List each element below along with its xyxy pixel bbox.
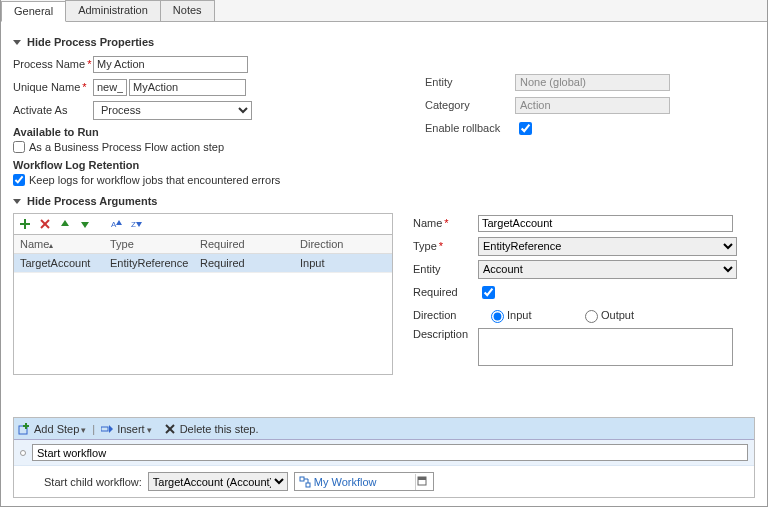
svg-rect-13 (101, 427, 108, 431)
svg-marker-14 (109, 425, 113, 433)
step-bullet-icon (20, 450, 26, 456)
workflow-icon (299, 476, 311, 488)
workflow-lookup[interactable]: My Workflow (294, 472, 434, 491)
activate-as-label: Activate As (13, 104, 93, 116)
insert-button[interactable]: Insert (117, 423, 152, 435)
tab-administration[interactable]: Administration (65, 0, 161, 21)
delete-step-icon (164, 423, 176, 435)
process-name-label: Process Name* (13, 58, 93, 70)
log-retention-header: Workflow Log Retention (13, 159, 395, 171)
category-value: Action (515, 97, 670, 114)
entity-label: Entity (425, 76, 515, 88)
direction-output-label: Output (601, 309, 666, 321)
sort-asc-icon[interactable]: A (110, 217, 124, 231)
add-step-button[interactable]: Add Step (34, 423, 86, 435)
section-title: Hide Process Arguments (27, 195, 157, 207)
step-detail: Start child workflow: TargetAccount (Acc… (14, 465, 754, 497)
svg-marker-4 (61, 220, 69, 226)
entity-value: None (global) (515, 74, 670, 91)
svg-rect-18 (306, 483, 310, 487)
section-process-arguments[interactable]: Hide Process Arguments (13, 195, 755, 207)
svg-rect-12 (23, 425, 29, 427)
unique-name-label: Unique Name* (13, 81, 93, 93)
direction-input-radio[interactable] (491, 310, 504, 323)
section-process-properties[interactable]: Hide Process Properties (13, 36, 755, 48)
svg-marker-5 (81, 222, 89, 228)
available-to-run-header: Available to Run (13, 126, 395, 138)
delete-icon[interactable] (38, 217, 52, 231)
delete-step-button[interactable]: Delete this step. (180, 423, 259, 435)
table-row[interactable]: TargetAccount EntityReference Required I… (14, 254, 392, 273)
log-retention-label: Keep logs for workflow jobs that encount… (29, 174, 280, 186)
arg-type-label: Type* (413, 240, 478, 252)
svg-rect-17 (300, 477, 304, 481)
process-name-input[interactable] (93, 56, 248, 73)
svg-marker-7 (116, 220, 122, 225)
move-down-icon[interactable] (78, 217, 92, 231)
bpf-step-checkbox[interactable] (13, 141, 25, 153)
arg-description-label: Description (413, 328, 478, 340)
args-toolbar: A Z (13, 213, 393, 235)
arguments-grid[interactable]: Name▴ Type Required Direction TargetAcco… (13, 235, 393, 375)
tab-notes[interactable]: Notes (160, 0, 215, 21)
arg-direction-label: Direction (413, 309, 478, 321)
add-step-icon (18, 423, 30, 435)
arg-required-checkbox[interactable] (482, 286, 495, 299)
direction-input-label: Input (507, 309, 572, 321)
steps-toolbar: Add Step | Insert Delete this step. (14, 418, 754, 440)
add-icon[interactable] (18, 217, 32, 231)
lookup-icon[interactable] (415, 474, 431, 490)
unique-name-input[interactable] (129, 79, 246, 96)
arg-description-textarea[interactable] (478, 328, 733, 366)
collapse-icon (13, 199, 21, 204)
rollback-checkbox[interactable] (519, 122, 532, 135)
child-workflow-entity-select[interactable]: TargetAccount (Account) (148, 472, 288, 491)
arg-required-label: Required (413, 286, 478, 298)
workflow-name: My Workflow (314, 476, 377, 488)
collapse-icon (13, 40, 21, 45)
svg-rect-22 (418, 477, 426, 480)
arg-name-input[interactable] (478, 215, 733, 232)
insert-icon (101, 423, 113, 435)
move-up-icon[interactable] (58, 217, 72, 231)
log-retention-checkbox[interactable] (13, 174, 25, 186)
arg-entity-label: Entity (413, 263, 478, 275)
bpf-step-label: As a Business Process Flow action step (29, 141, 224, 153)
svg-text:A: A (111, 220, 117, 229)
category-label: Category (425, 99, 515, 111)
svg-marker-9 (136, 222, 142, 227)
grid-header: Name▴ Type Required Direction (14, 235, 392, 254)
activate-as-select[interactable]: Process (93, 101, 252, 120)
tab-general[interactable]: General (1, 1, 66, 22)
svg-rect-1 (20, 223, 30, 225)
unique-prefix-input[interactable] (93, 79, 127, 96)
child-workflow-label: Start child workflow: (44, 476, 142, 488)
arg-type-select[interactable]: EntityReference (478, 237, 737, 256)
section-title: Hide Process Properties (27, 36, 154, 48)
direction-output-radio[interactable] (585, 310, 598, 323)
svg-text:Z: Z (131, 220, 136, 229)
step-title-input[interactable] (32, 444, 748, 461)
arg-entity-select[interactable]: Account (478, 260, 737, 279)
step-row[interactable] (14, 440, 754, 465)
sort-desc-icon[interactable]: Z (130, 217, 144, 231)
rollback-label: Enable rollback (425, 122, 515, 134)
arg-name-label: Name* (413, 217, 478, 229)
